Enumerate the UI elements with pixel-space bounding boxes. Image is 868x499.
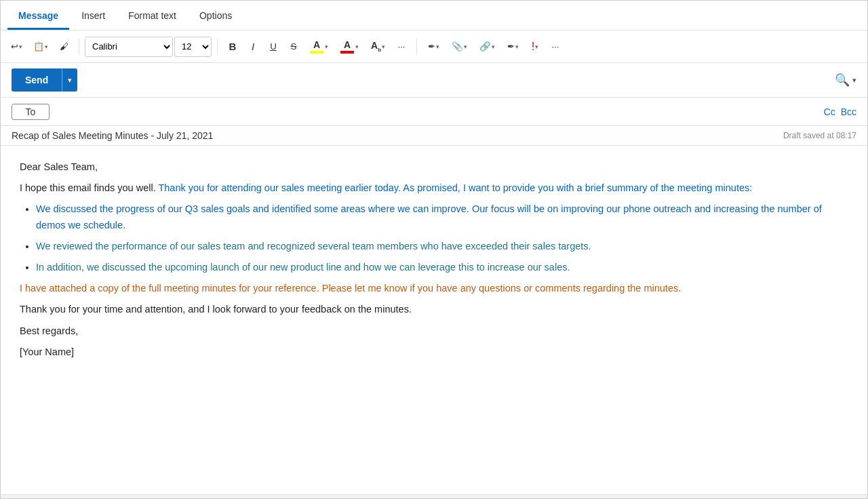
italic-button[interactable]: I	[243, 37, 262, 57]
intro-line: I hope this email finds you well. Thank …	[20, 180, 848, 196]
clear-formatting-button[interactable]: ✒ ▾	[422, 37, 445, 57]
clipboard-icon: 📋	[33, 41, 44, 52]
draft-saved-label: Draft saved at 08:17	[783, 131, 856, 140]
underline-icon: U	[270, 41, 277, 52]
bullet-item-2: We reviewed the performance of our sales…	[36, 239, 848, 254]
undo-icon: ↩	[11, 41, 18, 52]
intro-start: I hope this email finds you well.	[20, 182, 158, 193]
tab-message[interactable]: Message	[7, 3, 69, 30]
format-painter-icon: 🖌	[60, 41, 68, 52]
more-options-icon: ···	[551, 41, 559, 52]
clear-formatting-dropdown-icon: ▾	[436, 43, 439, 50]
bottom-resize-bar	[1, 494, 867, 498]
greeting-line: Dear Sales Team,	[20, 159, 848, 175]
signature-dropdown-icon: ▾	[515, 43, 519, 50]
strikethrough-icon: S	[291, 41, 297, 52]
subject-row: Recap of Sales Meeting Minutes - July 21…	[1, 126, 867, 146]
formatting-toolbar: ↩ ▾ 📋 ▾ 🖌 Calibri 12 B	[1, 31, 867, 63]
more-format-button[interactable]: ···	[392, 37, 411, 57]
font-name-select[interactable]: Calibri	[85, 37, 173, 57]
clipboard-dropdown-icon: ▾	[45, 43, 48, 50]
format-group: B I U S A ▾	[223, 37, 411, 57]
to-row: To Cc Bcc	[1, 98, 867, 126]
link-icon: 🔗	[479, 41, 491, 52]
tab-format-text[interactable]: Format text	[117, 3, 187, 30]
underline-button[interactable]: U	[264, 37, 283, 57]
bold-icon: B	[229, 41, 237, 52]
bullet3-teal: In addition, we discussed the upcoming l…	[36, 262, 570, 273]
paperclip-icon: 📎	[452, 41, 463, 52]
send-dropdown-icon: ▾	[68, 76, 72, 84]
more-options-button[interactable]: ···	[546, 37, 565, 57]
bullet-item-3: In addition, we discussed the upcoming l…	[36, 260, 848, 275]
bullet-list: We discussed the progress of our Q3 sale…	[36, 201, 848, 275]
zoom-icon[interactable]: 🔍	[835, 73, 850, 87]
zoom-area: 🔍 ▾	[835, 73, 856, 87]
bcc-button[interactable]: Bcc	[841, 106, 856, 117]
tab-insert[interactable]: Insert	[71, 3, 116, 30]
to-button[interactable]: To	[12, 104, 50, 120]
email-body[interactable]: Dear Sales Team, I hope this email finds…	[1, 146, 867, 494]
more-format-icon: ···	[397, 41, 405, 52]
tab-bar: Message Insert Format text Options	[1, 1, 867, 31]
bullet1-blue: We discussed the progress of our Q3 sale…	[36, 203, 822, 230]
compose-area: Send ▾ 🔍 ▾ To Cc Bcc Recap of Sales Meet…	[1, 63, 867, 494]
send-button-group: Send ▾	[12, 68, 77, 92]
name-line: [Your Name]	[20, 344, 848, 360]
clipboard-button[interactable]: 📋 ▾	[28, 36, 53, 58]
tools-group: ✒ ▾ 📎 ▾ 🔗 ▾ ✒ ▾ ! ▾ ···	[422, 37, 565, 57]
attach-file-button[interactable]: 📎 ▾	[446, 37, 473, 57]
importance-button[interactable]: ! ▾	[526, 37, 545, 57]
to-input[interactable]	[50, 104, 824, 120]
font-size-select[interactable]: 12	[174, 37, 212, 57]
font-color-letter-icon: A	[340, 39, 354, 54]
font-group: Calibri 12	[85, 37, 212, 57]
highlight-dropdown-icon: ▾	[325, 43, 328, 50]
bullet-item-1: We discussed the progress of our Q3 sale…	[36, 201, 848, 233]
italic-icon: I	[252, 41, 254, 52]
closing1: Thank you for your time and attention, a…	[20, 302, 848, 317]
signature-icon: ✒	[507, 41, 515, 52]
importance-icon: !	[532, 41, 534, 53]
strikethrough-button[interactable]: S	[284, 37, 303, 57]
text-effects-button[interactable]: Ab ▾	[366, 37, 391, 57]
attach-dropdown-icon: ▾	[464, 43, 467, 50]
undo-group: ↩ ▾ 📋 ▾ 🖌	[6, 36, 73, 58]
subject-text: Recap of Sales Meeting Minutes - July 21…	[12, 130, 783, 141]
clear-formatting-icon: ✒	[428, 41, 435, 52]
intro-blue: Thank you for attending our sales meetin…	[158, 182, 752, 193]
importance-dropdown-icon: ▾	[535, 43, 538, 50]
separator-1	[79, 39, 79, 55]
undo-button[interactable]: ↩ ▾	[6, 36, 27, 58]
undo-dropdown-icon: ▾	[19, 43, 22, 50]
insert-link-button[interactable]: 🔗 ▾	[474, 37, 500, 57]
bullet2-teal: We reviewed the performance of our sales…	[36, 241, 591, 252]
cc-bcc-area: Cc Bcc	[824, 106, 856, 117]
separator-3	[416, 39, 417, 55]
font-color-button[interactable]: A ▾	[335, 37, 364, 57]
tab-options[interactable]: Options	[189, 3, 243, 30]
attachment-orange: I have attached a copy of the full meeti…	[20, 283, 681, 294]
send-button[interactable]: Send	[12, 68, 62, 92]
send-bar: Send ▾ 🔍 ▾	[1, 63, 867, 98]
bold-button[interactable]: B	[223, 37, 242, 57]
cc-button[interactable]: Cc	[824, 106, 835, 117]
font-color-dropdown-icon: ▾	[355, 43, 359, 50]
highlight-color-bar	[310, 51, 323, 54]
font-color-bar	[340, 51, 354, 54]
zoom-dropdown-icon[interactable]: ▾	[852, 76, 856, 85]
link-dropdown-icon: ▾	[492, 43, 495, 50]
separator-2	[217, 39, 218, 55]
attachment-note: I have attached a copy of the full meeti…	[20, 281, 848, 296]
text-effects-icon: Ab	[371, 40, 381, 53]
closing2: Best regards,	[20, 323, 848, 339]
highlight-button[interactable]: A ▾	[304, 37, 334, 57]
signature-button[interactable]: ✒ ▾	[502, 37, 524, 57]
format-painter-button[interactable]: 🖌	[54, 36, 73, 58]
highlight-letter-icon: A	[310, 39, 323, 54]
text-effects-dropdown-icon: ▾	[382, 43, 385, 50]
send-dropdown-button[interactable]: ▾	[62, 68, 77, 92]
